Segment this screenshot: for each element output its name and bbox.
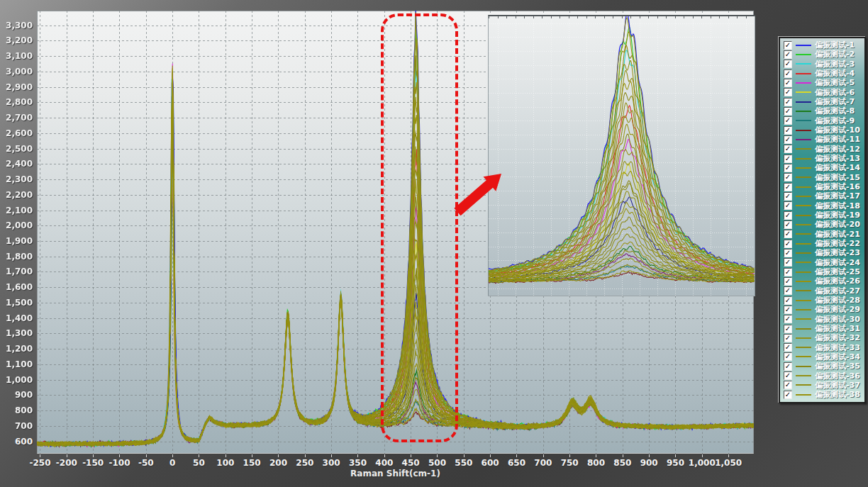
y-tick-label: 900 xyxy=(0,390,33,400)
legend-item[interactable]: ✓偏振测试-34 xyxy=(784,352,864,362)
legend-color-swatch xyxy=(796,139,811,140)
legend-item[interactable]: ✓偏振测试-16 xyxy=(784,182,864,191)
legend-checkbox[interactable]: ✓ xyxy=(784,201,792,210)
legend-checkbox[interactable]: ✓ xyxy=(784,249,792,257)
x-tick-mark xyxy=(411,454,411,457)
legend-checkbox[interactable]: ✓ xyxy=(784,306,792,314)
legend-item[interactable]: ✓偏振测试-3 xyxy=(784,60,864,69)
legend-item[interactable]: ✓偏振测试-38 xyxy=(784,390,864,399)
legend-checkbox[interactable]: ✓ xyxy=(784,268,792,276)
legend-checkbox[interactable]: ✓ xyxy=(784,296,792,305)
legend-item[interactable]: ✓偏振测试-33 xyxy=(784,343,864,352)
legend-checkbox[interactable]: ✓ xyxy=(784,88,792,96)
legend-item[interactable]: ✓偏振测试-14 xyxy=(784,163,864,172)
legend-item[interactable]: ✓偏振测试-8 xyxy=(784,106,864,116)
legend-checkbox[interactable]: ✓ xyxy=(784,352,792,361)
legend-item[interactable]: ✓偏振测试-29 xyxy=(784,305,864,314)
legend-checkbox[interactable]: ✓ xyxy=(784,286,792,295)
legend-checkbox[interactable]: ✓ xyxy=(784,164,792,172)
legend-item[interactable]: ✓偏振测试-18 xyxy=(784,201,864,211)
legend-checkbox[interactable]: ✓ xyxy=(784,183,792,191)
legend-checkbox[interactable]: ✓ xyxy=(784,69,792,78)
legend-item[interactable]: ✓偏振测试-31 xyxy=(784,324,864,333)
y-tick-label: 1,100 xyxy=(0,359,33,369)
legend-checkbox[interactable]: ✓ xyxy=(784,343,792,352)
legend-color-swatch xyxy=(796,233,811,235)
legend-item[interactable]: ✓偏振测试-32 xyxy=(784,333,864,342)
legend-item[interactable]: ✓偏振测试-1 xyxy=(784,40,864,50)
legend-checkbox[interactable]: ✓ xyxy=(784,334,792,342)
legend-item[interactable]: ✓偏振测试-23 xyxy=(784,248,864,257)
legend-color-swatch xyxy=(796,101,811,103)
legend-checkbox[interactable]: ✓ xyxy=(784,116,792,125)
legend-item[interactable]: ✓偏振测试-35 xyxy=(784,362,864,371)
x-tick-mark xyxy=(172,454,173,457)
legend-checkbox[interactable]: ✓ xyxy=(784,211,792,220)
legend-item[interactable]: ✓偏振测试-30 xyxy=(784,315,864,324)
legend-checkbox[interactable]: ✓ xyxy=(784,107,792,116)
legend-item[interactable]: ✓偏振测试-7 xyxy=(784,97,864,106)
x-tick-mark xyxy=(675,454,676,457)
legend-checkbox[interactable]: ✓ xyxy=(784,60,792,68)
legend-checkbox[interactable]: ✓ xyxy=(784,41,792,50)
legend-item[interactable]: ✓偏振测试-5 xyxy=(784,78,864,87)
legend-item[interactable]: ✓偏振测试-13 xyxy=(784,154,864,163)
legend-item[interactable]: ✓偏振测试-9 xyxy=(784,116,864,125)
legend-checkbox[interactable]: ✓ xyxy=(784,325,792,333)
legend-item[interactable]: ✓偏振测试-28 xyxy=(784,296,864,305)
zoom-arrow-icon xyxy=(454,169,505,217)
legend-color-swatch xyxy=(796,356,811,357)
legend-item[interactable]: ✓偏振测试-25 xyxy=(784,267,864,276)
legend-checkbox[interactable]: ✓ xyxy=(784,240,792,248)
y-tick-label: 1,200 xyxy=(0,344,33,354)
legend-checkbox[interactable]: ✓ xyxy=(784,135,792,144)
legend-item[interactable]: ✓偏振测试-15 xyxy=(784,173,864,182)
legend-color-swatch xyxy=(796,158,811,159)
legend-item[interactable]: ✓偏振测试-36 xyxy=(784,371,864,381)
legend-checkbox[interactable]: ✓ xyxy=(784,277,792,286)
legend-checkbox[interactable]: ✓ xyxy=(784,192,792,201)
legend-item[interactable]: ✓偏振测试-21 xyxy=(784,230,864,239)
x-tick-mark xyxy=(119,454,120,457)
legend-color-swatch xyxy=(796,148,811,150)
y-tick-label: 2,600 xyxy=(0,128,33,138)
legend-panel[interactable]: ✓偏振测试-1✓偏振测试-2✓偏振测试-3✓偏振测试-4✓偏振测试-5✓偏振测试… xyxy=(779,37,866,403)
highlight-box xyxy=(381,13,459,443)
legend-checkbox[interactable]: ✓ xyxy=(784,98,792,106)
legend-color-swatch xyxy=(796,384,811,386)
legend-checkbox[interactable]: ✓ xyxy=(784,371,792,380)
legend-checkbox[interactable]: ✓ xyxy=(784,173,792,181)
legend-item[interactable]: ✓偏振测试-11 xyxy=(784,135,864,144)
legend-checkbox[interactable]: ✓ xyxy=(784,145,792,153)
legend-item[interactable]: ✓偏振测试-26 xyxy=(784,276,864,286)
legend-checkbox[interactable]: ✓ xyxy=(784,258,792,267)
x-tick-mark xyxy=(596,454,596,457)
legend-checkbox[interactable]: ✓ xyxy=(784,362,792,371)
legend-item[interactable]: ✓偏振测试-19 xyxy=(784,211,864,220)
legend-item[interactable]: ✓偏振测试-27 xyxy=(784,286,864,296)
legend-checkbox[interactable]: ✓ xyxy=(784,126,792,135)
legend-item[interactable]: ✓偏振测试-10 xyxy=(784,125,864,135)
legend-item[interactable]: ✓偏振测试-37 xyxy=(784,381,864,390)
legend-checkbox[interactable]: ✓ xyxy=(784,220,792,229)
legend-color-swatch xyxy=(796,205,811,206)
legend-item[interactable]: ✓偏振测试-17 xyxy=(784,191,864,201)
legend-checkbox[interactable]: ✓ xyxy=(784,230,792,238)
legend-item[interactable]: ✓偏振测试-22 xyxy=(784,239,864,248)
legend-checkbox[interactable]: ✓ xyxy=(784,155,792,163)
legend-checkbox[interactable]: ✓ xyxy=(784,381,792,389)
legend-item[interactable]: ✓偏振测试-4 xyxy=(784,69,864,78)
legend-color-swatch xyxy=(796,63,811,65)
y-tick-label: 700 xyxy=(0,421,33,431)
y-tick-label: 1,900 xyxy=(0,236,33,246)
legend-item[interactable]: ✓偏振测试-24 xyxy=(784,258,864,267)
legend-item[interactable]: ✓偏振测试-20 xyxy=(784,220,864,229)
legend-checkbox[interactable]: ✓ xyxy=(784,391,792,399)
legend-color-swatch xyxy=(796,167,811,169)
legend-item[interactable]: ✓偏振测试-2 xyxy=(784,50,864,59)
legend-checkbox[interactable]: ✓ xyxy=(784,315,792,323)
legend-checkbox[interactable]: ✓ xyxy=(784,50,792,59)
legend-item[interactable]: ✓偏振测试-12 xyxy=(784,145,864,154)
legend-item[interactable]: ✓偏振测试-6 xyxy=(784,88,864,97)
legend-checkbox[interactable]: ✓ xyxy=(784,79,792,87)
